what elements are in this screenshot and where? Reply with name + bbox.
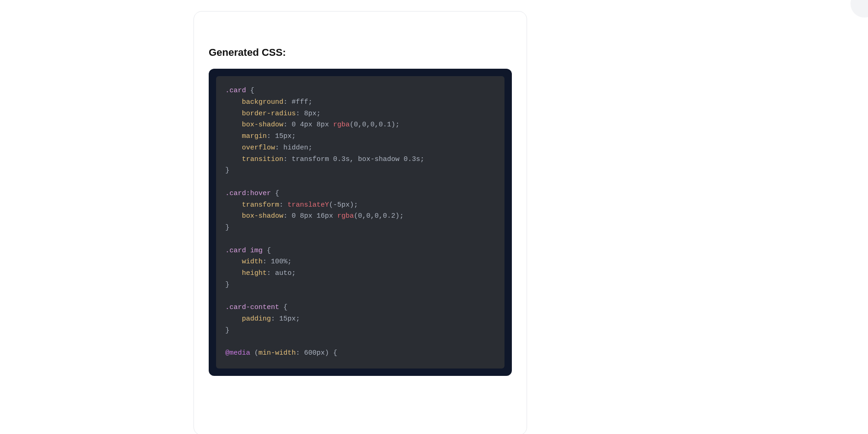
scroll-down-button[interactable] <box>850 0 868 18</box>
code-block-frame: .card { background: #fff; border-radius:… <box>209 69 512 376</box>
generated-css-code[interactable]: .card { background: #fff; border-radius:… <box>216 76 504 369</box>
output-card: Generated CSS: .card { background: #fff;… <box>194 11 527 434</box>
section-heading: Generated CSS: <box>209 47 512 59</box>
